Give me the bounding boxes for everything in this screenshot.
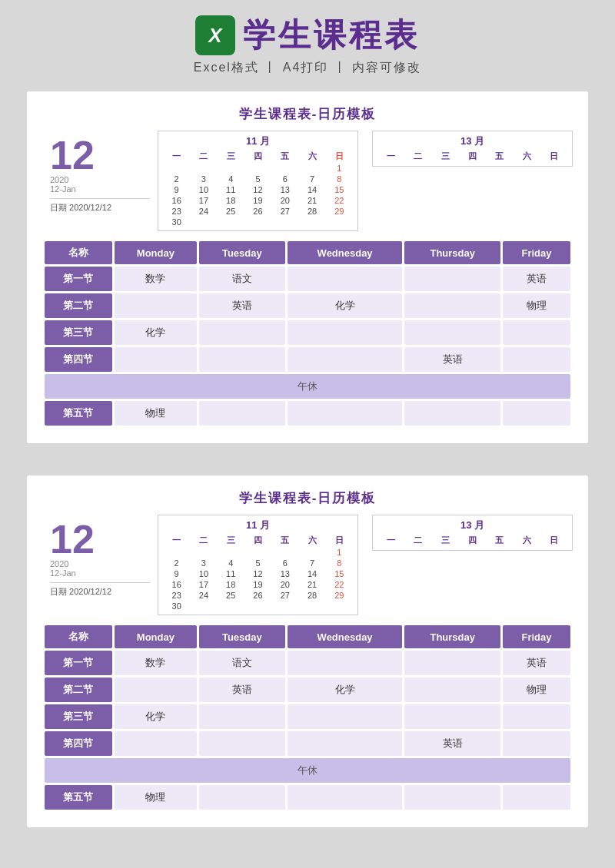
cell <box>503 731 570 756</box>
cell: 数学 <box>115 651 197 675</box>
cell: 物理 <box>115 785 197 810</box>
cell: 物理 <box>503 293 570 318</box>
day-number-2: 12 <box>50 519 150 559</box>
cal-h2: 二 <box>190 150 217 163</box>
day-number-1: 12 <box>50 135 150 175</box>
cell <box>199 704 285 729</box>
cell: 英语 <box>404 347 500 372</box>
cell <box>503 347 570 372</box>
schedule-table-1: 名称 Monday Tuesday Wednesday Thursday Fri… <box>42 239 573 428</box>
cell: 物理 <box>503 678 570 702</box>
col-thursday-1: Thursday <box>404 241 500 264</box>
col-wednesday-2: Wednesday <box>288 625 403 648</box>
cell <box>115 347 197 372</box>
table-row: 第四节 英语 <box>45 731 570 756</box>
cell: 语文 <box>199 267 285 291</box>
cell <box>404 785 500 810</box>
table-row: 第四节 英语 <box>45 347 570 372</box>
calendar-nov-2: 11 月 一 二 三 四 五 六 日 1 2 3 4 5 6 <box>158 515 358 615</box>
row-label: 第三节 <box>45 704 112 729</box>
cell <box>404 678 500 702</box>
row-label: 第四节 <box>45 347 112 372</box>
cell: 物理 <box>115 401 197 426</box>
section-title-1: 学生课程表-日历模板 <box>42 105 573 123</box>
date-full-1: 日期 2020/12/12 <box>50 198 150 214</box>
cal-nov-grid-1: 一 二 三 四 五 六 日 1 2 3 4 5 6 7 8 <box>163 150 353 227</box>
cell <box>199 347 285 372</box>
table-row: 第五节 物理 <box>45 785 570 810</box>
cal-h5: 五 <box>271 150 298 163</box>
lunch-row-2: 午休 <box>45 758 570 783</box>
cal-nov-title-1: 11 月 <box>163 134 353 148</box>
date-box-2: 12 2020 12-Jan 日期 2020/12/12 <box>42 515 158 602</box>
lunch-row-1: 午休 <box>45 374 570 399</box>
col-tuesday-2: Tuesday <box>199 625 285 648</box>
cell <box>115 731 197 756</box>
col-monday-2: Monday <box>115 625 197 648</box>
date-full-2: 日期 2020/12/12 <box>50 582 150 598</box>
cell <box>288 651 403 675</box>
table-row: 第一节 数学 语文 英语 <box>45 267 570 291</box>
table-row: 第三节 化学 <box>45 320 570 345</box>
col-thursday-2: Thursday <box>404 625 500 648</box>
cell <box>404 651 500 675</box>
cell <box>199 320 285 345</box>
col-tuesday-1: Tuesday <box>199 241 285 264</box>
col-name-1: 名称 <box>45 241 112 264</box>
col-name-2: 名称 <box>45 625 112 648</box>
cell <box>199 401 285 426</box>
main-title: 学生课程表 <box>243 14 420 57</box>
cal-nov-grid-2: 一 二 三 四 五 六 日 1 2 3 4 5 6 7 8 <box>163 534 353 611</box>
table-row: 第三节 化学 <box>45 704 570 729</box>
schedule-header-row-2: 名称 Monday Tuesday Wednesday Thursday Fri… <box>45 625 570 648</box>
cell <box>404 267 500 291</box>
cell: 英语 <box>503 651 570 675</box>
cell <box>503 401 570 426</box>
row-label: 第一节 <box>45 267 112 291</box>
row-label: 第四节 <box>45 731 112 756</box>
cell: 英语 <box>503 267 570 291</box>
cal-h1: 一 <box>163 150 190 163</box>
cell <box>288 401 403 426</box>
cell <box>288 267 403 291</box>
section-title-2: 学生课程表-日历模板 <box>42 489 573 507</box>
table-row: 第一节 数学 语文 英语 <box>45 651 570 675</box>
excel-letter: X <box>208 24 221 48</box>
cell: 化学 <box>115 704 197 729</box>
cal-13-grid-2: 一 二 三 四 五 六 日 <box>377 534 567 547</box>
cal-h3: 三 <box>218 150 244 163</box>
lunch-label-2: 午休 <box>45 758 570 783</box>
table-row: 第二节 英语 化学 物理 <box>45 678 570 702</box>
date-jan-1: 12-Jan <box>50 184 150 194</box>
cell <box>288 731 403 756</box>
row-label: 第二节 <box>45 293 112 318</box>
col-friday-1: Friday <box>503 241 570 264</box>
cal-h4: 四 <box>244 150 271 163</box>
calendar-area-1: 12 2020 12-Jan 日期 2020/12/12 11 月 一 二 三 … <box>42 131 573 231</box>
date-year-2: 2020 <box>50 559 150 568</box>
date-box-1: 12 2020 12-Jan 日期 2020/12/12 <box>42 131 158 218</box>
cell: 数学 <box>115 267 197 291</box>
calendar-nov-1: 11 月 一 二 三 四 五 六 日 1 2 3 4 5 6 <box>158 131 358 231</box>
calendar-13-1: 13 月 一 二 三 四 五 六 日 <box>372 131 573 167</box>
row-label: 第五节 <box>45 785 112 810</box>
cell <box>288 785 403 810</box>
cal-13-title-1: 13 月 <box>377 134 567 148</box>
row-label: 第五节 <box>45 401 112 426</box>
cal-h6: 六 <box>298 150 325 163</box>
cell <box>503 785 570 810</box>
cell: 英语 <box>404 731 500 756</box>
cal-h7: 日 <box>326 150 353 163</box>
cell <box>404 293 500 318</box>
cell: 化学 <box>115 320 197 345</box>
table-row: 第五节 物理 <box>45 401 570 426</box>
cell <box>115 678 197 702</box>
schedule-table-2: 名称 Monday Tuesday Wednesday Thursday Fri… <box>42 623 573 812</box>
row-label: 第一节 <box>45 651 112 675</box>
cell <box>288 320 403 345</box>
cell <box>503 320 570 345</box>
subtitle: Excel格式 丨 A4打印 丨 内容可修改 <box>194 60 421 76</box>
cell <box>404 320 500 345</box>
row-label: 第三节 <box>45 320 112 345</box>
calendar-13-2: 13 月 一 二 三 四 五 六 日 <box>372 515 573 551</box>
